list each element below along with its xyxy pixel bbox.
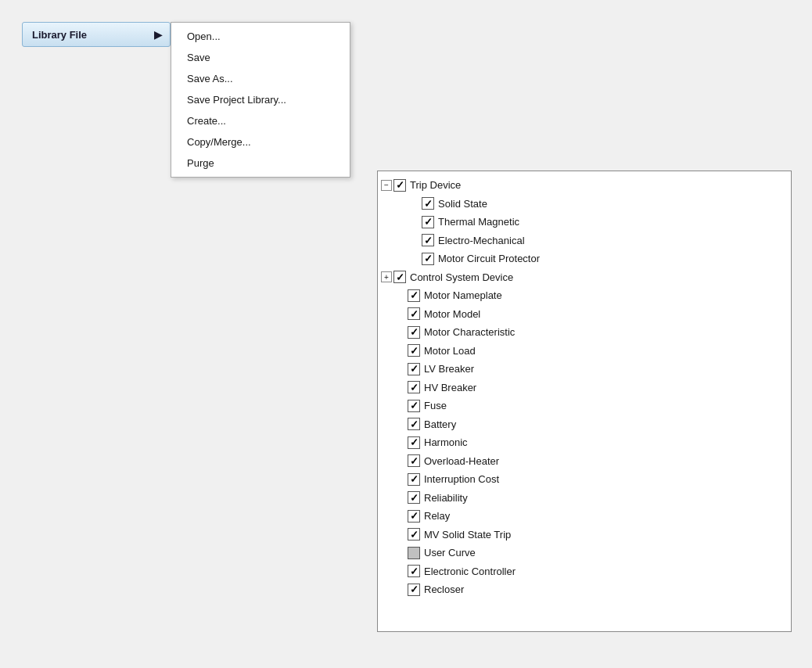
tree-item-relay[interactable]: Relay [381,507,788,526]
tree-item-interruption-cost[interactable]: Interruption Cost [381,470,788,489]
tree-item-control-system-device[interactable]: + Control System Device [381,268,788,287]
label-lv-breaker: LV Breaker [424,361,474,377]
label-motor-load: Motor Load [424,343,476,359]
library-file-button[interactable]: Library File ▶ [22,22,171,47]
checkbox-motor-nameplate[interactable] [408,289,420,302]
menu-item-copy-merge[interactable]: Copy/Merge... [171,131,350,153]
tree-item-fuse[interactable]: Fuse [381,397,788,415]
label-control-system-device: Control System Device [410,270,513,286]
checkbox-solid-state[interactable] [422,197,434,210]
tree-item-motor-characteristic[interactable]: Motor Characteristic [381,323,788,342]
menu-item-create[interactable]: Create... [171,110,350,131]
checkbox-thermal-magnetic[interactable] [422,216,434,228]
menu-item-purge[interactable]: Purge [171,153,350,174]
label-reliability: Reliability [424,490,468,506]
checkbox-recloser[interactable] [408,584,420,596]
checkbox-overload-heater[interactable] [408,454,420,467]
tree-panel: − Trip Device Solid State Thermal Magnet… [377,171,792,632]
expand-control-system-device[interactable]: + [381,271,392,282]
checkbox-harmonic[interactable] [408,436,420,449]
label-relay: Relay [424,508,450,524]
menu-item-save-as[interactable]: Save As... [171,68,350,89]
label-hv-breaker: HV Breaker [424,380,476,396]
dropdown-menu: Open... Save Save As... Save Project Lib… [171,22,350,178]
checkbox-mv-solid-state-trip[interactable] [408,528,420,541]
expand-trip-device[interactable]: − [381,180,392,191]
label-motor-circuit-protector: Motor Circuit Protector [438,251,540,267]
tree-item-recloser[interactable]: Recloser [381,580,788,599]
checkbox-interruption-cost[interactable] [408,473,420,486]
checkbox-electro-mechanical[interactable] [422,234,434,246]
tree-item-mv-solid-state-trip[interactable]: MV Solid State Trip [381,526,788,544]
menu-item-save-project[interactable]: Save Project Library... [171,89,350,110]
tree-item-thermal-magnetic[interactable]: Thermal Magnetic [381,213,788,232]
label-fuse: Fuse [424,398,447,414]
tree-item-motor-nameplate[interactable]: Motor Nameplate [381,286,788,305]
tree-item-battery[interactable]: Battery [381,415,788,434]
label-motor-model: Motor Model [424,307,480,322]
checkbox-motor-characteristic[interactable] [408,326,420,339]
label-motor-nameplate: Motor Nameplate [424,288,502,303]
menu-item-open[interactable]: Open... [171,26,350,47]
tree-item-overload-heater[interactable]: Overload-Heater [381,452,788,471]
checkbox-user-curve[interactable] [408,547,420,559]
tree-item-solid-state[interactable]: Solid State [381,195,788,214]
label-motor-characteristic: Motor Characteristic [424,325,515,340]
checkbox-electronic-controller[interactable] [408,565,420,577]
checkbox-battery[interactable] [408,418,420,430]
checkbox-control-system-device[interactable] [393,271,406,283]
tree-item-motor-circuit-protector[interactable]: Motor Circuit Protector [381,250,788,268]
label-battery: Battery [424,417,456,433]
label-solid-state: Solid State [438,196,487,212]
label-trip-device: Trip Device [410,178,461,193]
tree-item-reliability[interactable]: Reliability [381,489,788,508]
tree-item-trip-device[interactable]: − Trip Device [381,176,788,195]
tree-item-motor-load[interactable]: Motor Load [381,342,788,361]
tree-item-harmonic[interactable]: Harmonic [381,433,788,452]
label-interruption-cost: Interruption Cost [424,472,499,487]
label-recloser: Recloser [424,582,464,598]
checkbox-lv-breaker[interactable] [408,363,420,375]
tree-item-hv-breaker[interactable]: HV Breaker [381,379,788,397]
menu-item-save[interactable]: Save [171,47,350,68]
checkbox-hv-breaker[interactable] [408,381,420,393]
label-electro-mechanical: Electro-Mechanical [438,233,525,249]
label-harmonic: Harmonic [424,435,468,451]
tree-item-motor-model[interactable]: Motor Model [381,305,788,324]
checkbox-trip-device[interactable] [393,179,406,192]
label-overload-heater: Overload-Heater [424,454,499,469]
tree-item-lv-breaker[interactable]: LV Breaker [381,360,788,379]
label-thermal-magnetic: Thermal Magnetic [438,214,519,230]
tree-item-electronic-controller[interactable]: Electronic Controller [381,562,788,581]
library-file-label: Library File [32,29,87,41]
checkbox-motor-circuit-protector[interactable] [422,253,434,265]
checkbox-reliability[interactable] [408,491,420,504]
submenu-arrow-icon: ▶ [154,29,162,41]
label-electronic-controller: Electronic Controller [424,564,516,580]
label-user-curve: User Curve [424,545,476,561]
tree-item-user-curve[interactable]: User Curve [381,544,788,562]
checkbox-motor-load[interactable] [408,344,420,357]
checkbox-motor-model[interactable] [408,307,420,320]
tree-item-electro-mechanical[interactable]: Electro-Mechanical [381,232,788,250]
checkbox-relay[interactable] [408,510,420,523]
checkbox-fuse[interactable] [408,400,420,412]
label-mv-solid-state-trip: MV Solid State Trip [424,527,511,543]
